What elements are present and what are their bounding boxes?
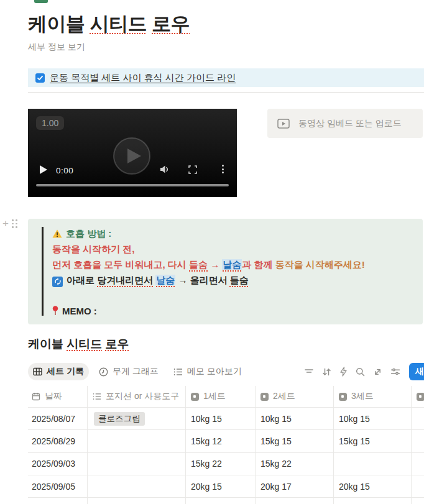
- details-toggle[interactable]: 세부 정보 보기: [28, 42, 85, 53]
- position-cell[interactable]: [88, 430, 186, 452]
- big-play-icon[interactable]: [111, 137, 153, 175]
- tab-memo-collection[interactable]: 메모 모아보기: [168, 363, 247, 380]
- set1-cell[interactable]: 15kg 12: [186, 430, 256, 452]
- drag-handle-icon[interactable]: [12, 219, 18, 228]
- pushpin-icon: [52, 306, 58, 316]
- search-icon[interactable]: [356, 367, 365, 377]
- expand-icon[interactable]: [373, 367, 382, 377]
- todo-block[interactable]: 운동 목적별 세트 사이 휴식 시간 가이드 라인: [28, 68, 424, 87]
- date-cell[interactable]: 2025/08/07: [28, 408, 88, 429]
- set2-cell[interactable]: 20kg 17: [256, 475, 334, 497]
- table-row[interactable]: 2025/08/29 15kg 12 15kg 15 15kg 15: [28, 430, 424, 452]
- column-header-set1[interactable]: 1세트: [186, 386, 256, 407]
- memo-line: MEMO :: [52, 303, 365, 319]
- set1-cell[interactable]: 20kg 15: [186, 475, 256, 497]
- position-cell[interactable]: [88, 475, 186, 497]
- video-time: 0:00: [56, 166, 73, 175]
- list-icon: [173, 368, 183, 376]
- callout-line-3: 먼저 호흡을 모두 비워내고, 다시 들숨 → 날숨과 함께 동작을 시작해주세…: [52, 257, 365, 272]
- set2-cell[interactable]: 15kg 22: [256, 453, 334, 475]
- callout-line-2: 동작을 시작하기 전,: [52, 241, 365, 257]
- set3-cell[interactable]: [334, 453, 412, 475]
- set4-cell[interactable]: [412, 475, 424, 497]
- quote-bar: [42, 227, 44, 316]
- position-cell[interactable]: [88, 453, 186, 475]
- set4-cell[interactable]: [412, 408, 424, 429]
- set4-cell[interactable]: [412, 430, 424, 452]
- date-cell[interactable]: 2025/09/05: [28, 475, 88, 497]
- set3-cell[interactable]: 20kg 15: [334, 475, 412, 497]
- date-cell[interactable]: 2025/08/29: [28, 430, 88, 452]
- callout-line-4: 아래로 당겨내리면서 날숨 → 올리면서 들숨: [52, 272, 365, 288]
- clock-icon: [99, 367, 108, 377]
- checkbox-checked-icon[interactable]: [35, 73, 45, 83]
- table-icon: [33, 367, 42, 376]
- page-icon[interactable]: [34, 0, 48, 3]
- set3-cell[interactable]: 15kg 15: [334, 430, 412, 452]
- tune-icon[interactable]: [390, 367, 400, 376]
- fullscreen-icon[interactable]: [188, 165, 197, 174]
- column-header-position[interactable]: 포지션 or 사용도구: [88, 386, 186, 407]
- database-toolbar: [304, 367, 400, 377]
- todo-label[interactable]: 운동 목적별 세트 사이 휴식 시간 가이드 라인: [50, 72, 236, 84]
- video-more-icon[interactable]: [218, 165, 227, 173]
- callout-heading-line: 호흡 방법 :: [52, 226, 365, 241]
- position-cell[interactable]: 클로즈그립: [88, 408, 186, 429]
- volume-icon[interactable]: [160, 165, 171, 174]
- table-row[interactable]: 2025/09/03 15kg 22 15kg 22: [28, 453, 424, 475]
- table-header-row: 날짜 포지션 or 사용도구 1세트 2세트: [28, 386, 424, 408]
- new-entry-button[interactable]: 새: [409, 363, 424, 380]
- playback-speed-badge[interactable]: 1.00: [36, 116, 64, 130]
- table-row[interactable]: 2025/08/07 클로즈그립 10kg 15 10kg 15 10kg 15: [28, 408, 424, 430]
- play-button-icon[interactable]: [39, 165, 47, 174]
- set2-cell[interactable]: 15kg 15: [256, 430, 334, 452]
- cycle-arrows-icon: [52, 277, 63, 287]
- filter-icon[interactable]: [304, 367, 314, 376]
- table-row[interactable]: 2025/09/05 20kg 15 20kg 17 20kg 15: [28, 475, 424, 498]
- divider: [28, 92, 424, 93]
- video-progress-bar[interactable]: [36, 184, 229, 186]
- database-table: 날짜 포지션 or 사용도구 1세트 2세트: [28, 386, 424, 504]
- column-header-set3[interactable]: 3세트: [334, 386, 412, 407]
- table-row-partial[interactable]: [28, 498, 424, 504]
- date-cell[interactable]: 2025/09/03: [28, 453, 88, 475]
- column-header-set2[interactable]: 2세트: [256, 386, 334, 407]
- tab-set-log[interactable]: 세트 기록: [28, 363, 89, 380]
- callout-block[interactable]: 호흡 방법 : 동작을 시작하기 전, 먼저 호흡을 모두 비워내고, 다시 들…: [28, 219, 423, 324]
- tab-weight-graph[interactable]: 무게 그래프: [94, 363, 164, 380]
- set3-cell[interactable]: 10kg 15: [334, 408, 412, 429]
- set2-cell[interactable]: 10kg 15: [256, 408, 334, 429]
- lightning-icon[interactable]: [339, 367, 348, 377]
- set4-cell[interactable]: [412, 453, 424, 475]
- video-embed-icon: [277, 119, 290, 129]
- sort-icon[interactable]: [322, 367, 331, 377]
- warning-icon: [52, 229, 62, 238]
- video-embed-placeholder[interactable]: 동영상 임베드 또는 업로드: [267, 109, 423, 138]
- page-title[interactable]: 케이블 시티드 로우: [28, 11, 190, 37]
- list-icon: [93, 393, 101, 400]
- notion-page: 케이블 시티드 로우 세부 정보 보기 운동 목적별 세트 사이 휴식 시간 가…: [0, 0, 424, 504]
- property-icon: [191, 393, 199, 401]
- video-player[interactable]: 1.00 0:00: [28, 109, 237, 197]
- database-title[interactable]: 케이블 시티드 로우: [28, 336, 129, 352]
- property-icon: [339, 393, 347, 401]
- embed-label: 동영상 임베드 또는 업로드: [298, 118, 402, 129]
- property-icon: [417, 393, 424, 401]
- column-header-date[interactable]: 날짜: [28, 386, 88, 407]
- set1-cell[interactable]: 15kg 22: [186, 453, 256, 475]
- property-icon: [260, 393, 269, 401]
- column-header-set4[interactable]: [412, 386, 424, 407]
- set1-cell[interactable]: 10kg 15: [186, 408, 256, 429]
- view-tabs: 세트 기록 무게 그래프 메모 모아보기: [28, 362, 247, 381]
- tag-closegrip[interactable]: 클로즈그립: [94, 412, 145, 426]
- add-block-button[interactable]: +: [1, 219, 11, 229]
- calendar-icon: [32, 392, 40, 401]
